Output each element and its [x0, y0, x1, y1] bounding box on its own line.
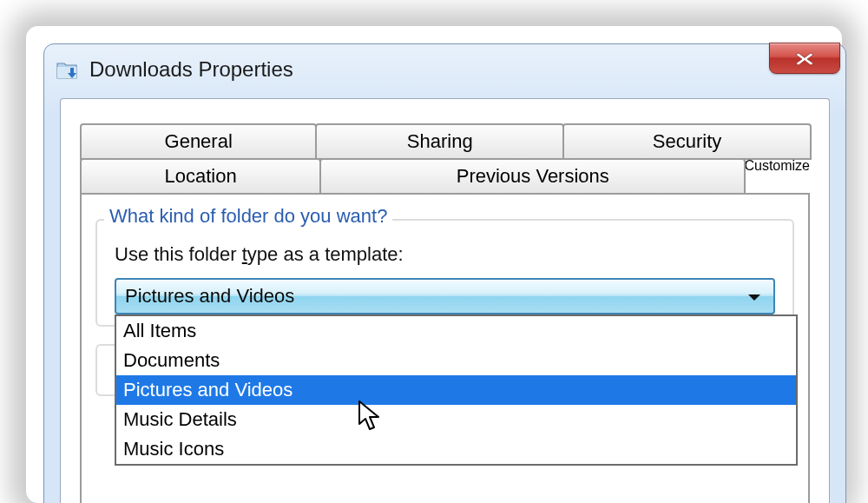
template-label: Use this folder type as a template:	[115, 243, 775, 266]
tab-general[interactable]: General	[80, 123, 317, 160]
close-icon	[791, 50, 819, 66]
tab-location[interactable]: Location	[80, 158, 321, 195]
group-legend: What kind of folder do you want?	[104, 205, 392, 228]
properties-dialog: Downloads Properties General Sharing Sec…	[43, 43, 846, 503]
window-title: Downloads Properties	[89, 57, 293, 82]
template-option-documents[interactable]: Documents	[116, 346, 796, 375]
folder-downloads-icon	[55, 57, 79, 82]
tab-previous-versions[interactable]: Previous Versions	[319, 158, 746, 195]
tab-customize[interactable]: Customize	[744, 158, 810, 195]
template-dropdown-list: All Items Documents Pictures and Videos …	[115, 314, 798, 466]
template-option-all-items[interactable]: All Items	[116, 316, 796, 346]
dialog-client-area: General Sharing Security Location Previo…	[60, 98, 830, 503]
window-titlebar: Downloads Properties	[44, 44, 845, 95]
folder-type-group: What kind of folder do you want? Use thi…	[95, 219, 794, 327]
template-dropdown[interactable]: Pictures and Videos	[115, 278, 775, 314]
tab-strip: General Sharing Security Location Previo…	[80, 123, 810, 195]
tab-sharing[interactable]: Sharing	[315, 123, 564, 160]
tab-panel-customize: What kind of folder do you want? Use thi…	[80, 193, 810, 503]
template-option-music-details[interactable]: Music Details	[116, 405, 796, 434]
close-button[interactable]	[769, 43, 840, 74]
chevron-down-icon	[747, 285, 761, 308]
tab-security[interactable]: Security	[562, 123, 812, 160]
template-option-music-icons[interactable]: Music Icons	[116, 434, 796, 464]
template-option-pictures-and-videos[interactable]: Pictures and Videos	[116, 375, 796, 405]
template-dropdown-value: Pictures and Videos	[125, 285, 294, 308]
